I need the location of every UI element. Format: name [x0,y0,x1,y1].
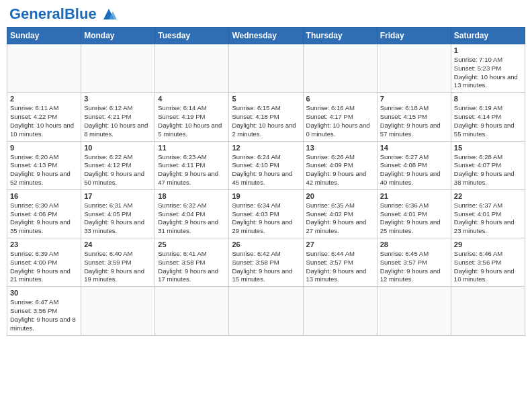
day-info: Sunrise: 6:39 AM Sunset: 4:00 PM Dayligh… [10,250,78,284]
day-number: 11 [158,144,226,152]
calendar-cell: 18Sunrise: 6:32 AM Sunset: 4:04 PM Dayli… [155,189,229,238]
day-info: Sunrise: 6:41 AM Sunset: 3:58 PM Dayligh… [158,250,226,284]
calendar-cell: 11Sunrise: 6:23 AM Sunset: 4:11 PM Dayli… [155,141,229,189]
day-header-friday: Friday [377,28,451,44]
calendar-cell [155,44,229,93]
day-info: Sunrise: 6:22 AM Sunset: 4:12 PM Dayligh… [84,153,152,187]
day-number: 26 [232,240,300,248]
day-number: 10 [84,144,152,152]
day-info: Sunrise: 6:35 AM Sunset: 4:02 PM Dayligh… [306,201,374,236]
day-header-wednesday: Wednesday [229,28,303,44]
calendar-cell: 15Sunrise: 6:28 AM Sunset: 4:07 PM Dayli… [451,141,525,189]
day-info: Sunrise: 6:14 AM Sunset: 4:19 PM Dayligh… [158,104,226,138]
day-number: 22 [454,192,522,200]
logo: GeneralBlue [9,7,118,21]
calendar-cell: 12Sunrise: 6:24 AM Sunset: 4:10 PM Dayli… [229,141,303,189]
calendar-cell [377,287,451,335]
day-number: 30 [10,289,78,297]
day-header-monday: Monday [81,28,155,44]
day-info: Sunrise: 6:15 AM Sunset: 4:18 PM Dayligh… [232,104,300,138]
day-header-saturday: Saturday [451,28,525,44]
calendar-cell: 8Sunrise: 6:19 AM Sunset: 4:14 PM Daylig… [451,93,525,141]
calendar-cell: 30Sunrise: 6:47 AM Sunset: 3:56 PM Dayli… [7,287,81,335]
calendar-cell: 28Sunrise: 6:45 AM Sunset: 3:57 PM Dayli… [377,238,451,287]
day-number: 13 [306,144,374,152]
calendar-cell: 16Sunrise: 6:30 AM Sunset: 4:06 PM Dayli… [7,189,81,238]
day-number: 2 [10,95,78,103]
calendar-cell: 1Sunrise: 7:10 AM Sunset: 5:23 PM Daylig… [451,44,525,93]
day-info: Sunrise: 6:23 AM Sunset: 4:11 PM Dayligh… [158,153,226,187]
calendar-cell: 3Sunrise: 6:12 AM Sunset: 4:21 PM Daylig… [81,93,155,141]
day-number: 1 [454,46,522,54]
day-number: 14 [380,144,448,152]
calendar-cell [229,287,303,335]
logo-general: General [9,5,64,22]
day-number: 29 [454,240,522,248]
calendar-cell: 25Sunrise: 6:41 AM Sunset: 3:58 PM Dayli… [155,238,229,287]
day-number: 7 [380,95,448,103]
calendar-cell [81,44,155,93]
calendar-cell: 22Sunrise: 6:37 AM Sunset: 4:01 PM Dayli… [451,189,525,238]
day-number: 25 [158,240,226,248]
day-info: Sunrise: 6:12 AM Sunset: 4:21 PM Dayligh… [84,104,152,138]
calendar-cell: 24Sunrise: 6:40 AM Sunset: 3:59 PM Dayli… [81,238,155,287]
day-number: 8 [454,95,522,103]
day-info: Sunrise: 6:34 AM Sunset: 4:03 PM Dayligh… [232,201,300,236]
calendar-cell [7,44,81,93]
week-row-6: 30Sunrise: 6:47 AM Sunset: 3:56 PM Dayli… [7,287,525,335]
calendar-cell: 14Sunrise: 6:27 AM Sunset: 4:08 PM Dayli… [377,141,451,189]
calendar-cell [229,44,303,93]
day-header-sunday: Sunday [7,28,81,44]
calendar-cell: 10Sunrise: 6:22 AM Sunset: 4:12 PM Dayli… [81,141,155,189]
calendar-cell [155,287,229,335]
day-info: Sunrise: 6:27 AM Sunset: 4:08 PM Dayligh… [380,153,448,187]
day-number: 24 [84,240,152,248]
day-number: 21 [380,192,448,200]
day-info: Sunrise: 6:46 AM Sunset: 3:56 PM Dayligh… [454,250,522,284]
calendar-cell: 23Sunrise: 6:39 AM Sunset: 4:00 PM Dayli… [7,238,81,287]
day-info: Sunrise: 6:24 AM Sunset: 4:10 PM Dayligh… [232,153,300,187]
calendar-cell: 7Sunrise: 6:18 AM Sunset: 4:15 PM Daylig… [377,93,451,141]
day-number: 15 [454,144,522,152]
week-row-5: 23Sunrise: 6:39 AM Sunset: 4:00 PM Dayli… [7,238,525,287]
calendar-cell: 2Sunrise: 6:11 AM Sunset: 4:22 PM Daylig… [7,93,81,141]
week-row-1: 1Sunrise: 7:10 AM Sunset: 5:23 PM Daylig… [7,44,525,93]
calendar-cell [303,44,377,93]
calendar-cell: 4Sunrise: 6:14 AM Sunset: 4:19 PM Daylig… [155,93,229,141]
calendar-cell: 19Sunrise: 6:34 AM Sunset: 4:03 PM Dayli… [229,189,303,238]
day-number: 27 [306,240,374,248]
day-info: Sunrise: 6:40 AM Sunset: 3:59 PM Dayligh… [84,250,152,284]
week-row-3: 9Sunrise: 6:20 AM Sunset: 4:13 PM Daylig… [7,141,525,189]
day-number: 4 [158,95,226,103]
header: GeneralBlue [7,7,525,21]
day-info: Sunrise: 6:45 AM Sunset: 3:57 PM Dayligh… [380,250,448,284]
calendar-cell: 13Sunrise: 6:26 AM Sunset: 4:09 PM Dayli… [303,141,377,189]
day-info: Sunrise: 6:37 AM Sunset: 4:01 PM Dayligh… [454,201,522,236]
day-number: 17 [84,192,152,200]
day-info: Sunrise: 6:30 AM Sunset: 4:06 PM Dayligh… [10,201,78,236]
day-info: Sunrise: 6:42 AM Sunset: 3:58 PM Dayligh… [232,250,300,284]
calendar-cell: 26Sunrise: 6:42 AM Sunset: 3:58 PM Dayli… [229,238,303,287]
logo-blue: Blue [64,5,97,22]
calendar-cell: 21Sunrise: 6:36 AM Sunset: 4:01 PM Dayli… [377,189,451,238]
day-number: 19 [232,192,300,200]
day-number: 3 [84,95,152,103]
day-info: Sunrise: 6:36 AM Sunset: 4:01 PM Dayligh… [380,201,448,236]
calendar-cell [303,287,377,335]
day-number: 18 [158,192,226,200]
day-info: Sunrise: 6:18 AM Sunset: 4:15 PM Dayligh… [380,104,448,138]
day-number: 9 [10,144,78,152]
calendar-cell: 27Sunrise: 6:44 AM Sunset: 3:57 PM Dayli… [303,238,377,287]
logo-text: GeneralBlue [9,7,97,21]
calendar-cell [451,287,525,335]
day-info: Sunrise: 6:44 AM Sunset: 3:57 PM Dayligh… [306,250,374,284]
day-number: 16 [10,192,78,200]
day-info: Sunrise: 6:31 AM Sunset: 4:05 PM Dayligh… [84,201,152,236]
day-info: Sunrise: 6:19 AM Sunset: 4:14 PM Dayligh… [454,104,522,138]
day-number: 28 [380,240,448,248]
day-number: 5 [232,95,300,103]
day-info: Sunrise: 6:20 AM Sunset: 4:13 PM Dayligh… [10,153,78,187]
day-number: 6 [306,95,374,103]
week-row-4: 16Sunrise: 6:30 AM Sunset: 4:06 PM Dayli… [7,189,525,238]
day-header-tuesday: Tuesday [155,28,229,44]
